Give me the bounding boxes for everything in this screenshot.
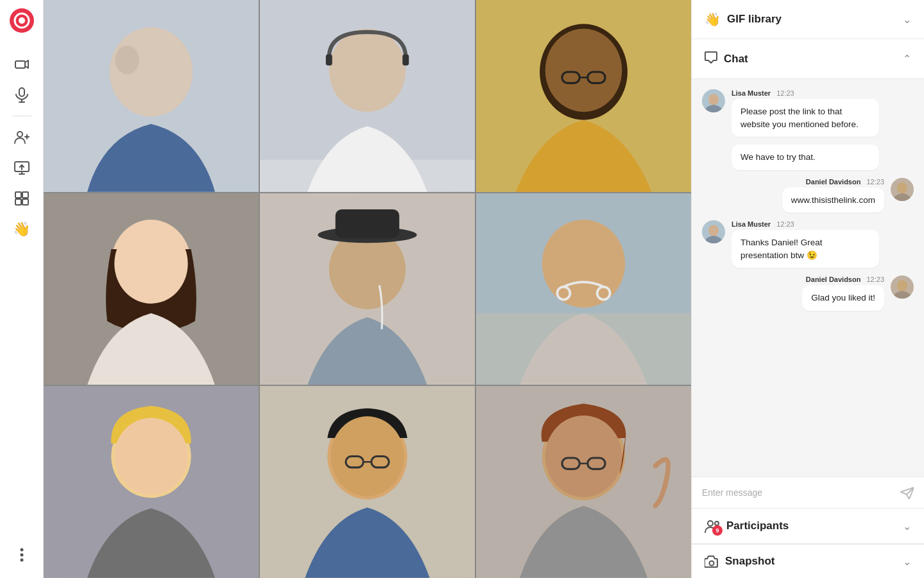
participants-left: 9 Participants <box>705 519 789 533</box>
avatar-daniel-1 <box>891 178 914 201</box>
svg-rect-29 <box>326 55 332 66</box>
right-panel: 👋 GIF library ⌄ Chat ⌃ <box>691 0 924 578</box>
video-cell-4 <box>44 193 259 385</box>
snapshot-left: Snapshot <box>705 555 774 568</box>
message-time: 12:23 <box>776 220 794 228</box>
message-content: Daniel Davidson 12:23 Glad you liked it! <box>802 276 884 311</box>
svg-point-57 <box>330 417 404 496</box>
participants-icon-wrap: 9 <box>705 519 720 533</box>
sender-name: Lisa Muster <box>732 220 771 228</box>
gif-chevron-icon: ⌄ <box>903 13 911 26</box>
video-cell-5 <box>260 193 475 385</box>
message-content: Lisa Muster 12:23 Please post the link t… <box>732 89 879 137</box>
svg-point-19 <box>20 548 23 552</box>
chat-input-area <box>692 477 924 508</box>
video-cell-3 <box>476 0 691 192</box>
sidebar-divider-1 <box>12 116 31 116</box>
svg-point-79 <box>710 561 714 566</box>
svg-rect-45 <box>336 209 400 238</box>
svg-rect-3 <box>15 61 25 68</box>
send-message-button[interactable] <box>898 485 915 500</box>
message-meta: Daniel Davidson 12:23 <box>802 276 884 283</box>
svg-point-25 <box>116 46 139 74</box>
message-plain-bubble: We have to try that. <box>732 144 879 170</box>
svg-point-63 <box>545 416 622 497</box>
snapshot-icon <box>705 555 719 568</box>
sender-name: Lisa Muster <box>732 89 771 97</box>
message-time: 12:23 <box>866 178 884 186</box>
svg-point-20 <box>20 554 23 557</box>
video-cell-2 <box>260 0 475 192</box>
video-cell-1 <box>44 0 259 192</box>
avatar-daniel-2 <box>891 276 914 299</box>
participants-title: Participants <box>726 520 789 532</box>
svg-point-68 <box>708 94 719 105</box>
message-bubble: Glad you liked it! <box>802 285 884 311</box>
snapshot-section-header[interactable]: Snapshot ⌄ <box>692 544 924 578</box>
chat-section: Chat ⌃ Lisa Muster 12:23 <box>692 39 924 508</box>
svg-rect-15 <box>15 192 21 198</box>
video-cell-6 <box>476 193 691 385</box>
message-time: 12:23 <box>776 89 794 97</box>
message-row: Daniel Davidson 12:23 Glad you liked it! <box>702 276 914 311</box>
chat-icon <box>705 51 717 67</box>
participants-section-header[interactable]: 9 Participants ⌄ <box>692 508 924 544</box>
chat-section-header[interactable]: Chat ⌃ <box>692 39 924 79</box>
gif-library-title: GIF library <box>727 13 782 26</box>
more-options-button[interactable] <box>10 543 33 566</box>
snapshot-chevron-icon: ⌄ <box>903 556 911 568</box>
svg-rect-16 <box>22 192 28 198</box>
message-content: Lisa Muster 12:23 Thanks Daniel! Great p… <box>732 220 879 268</box>
sender-name: Daniel Davidson <box>806 178 861 186</box>
svg-rect-30 <box>402 55 409 66</box>
app-logo[interactable] <box>9 8 35 33</box>
message-meta: Lisa Muster 12:23 <box>732 89 879 97</box>
message-meta: Lisa Muster 12:23 <box>732 220 879 228</box>
chat-input[interactable] <box>701 484 893 502</box>
svg-point-2 <box>19 17 25 24</box>
reaction-button[interactable]: 👋 <box>10 218 33 241</box>
message-row: Lisa Muster 12:23 Please post the link t… <box>702 89 914 137</box>
svg-rect-17 <box>15 199 21 205</box>
svg-point-72 <box>708 225 719 236</box>
gif-library-section-header[interactable]: 👋 GIF library ⌄ <box>692 0 924 39</box>
svg-rect-5 <box>19 88 24 96</box>
video-cell-8 <box>260 386 475 578</box>
svg-point-54 <box>114 418 187 495</box>
svg-point-77 <box>708 521 713 526</box>
message-bubble: Please post the link to that website you… <box>732 99 879 137</box>
message-bubble: www.thisisthelink.com <box>782 188 884 213</box>
layout-button[interactable] <box>10 187 33 210</box>
svg-rect-18 <box>22 199 28 205</box>
message-time: 12:23 <box>866 276 884 283</box>
message-row: Daniel Davidson 12:23 www.thisisthelink.… <box>702 178 914 213</box>
message-bubble: Thanks Daniel! Great presentation btw 😉 <box>732 230 879 268</box>
chat-title: Chat <box>724 53 748 66</box>
svg-point-21 <box>20 559 23 562</box>
svg-point-70 <box>897 182 907 194</box>
participants-chevron-icon: ⌄ <box>903 520 911 532</box>
mic-button[interactable] <box>10 83 33 107</box>
gif-icon: 👋 <box>705 12 721 27</box>
svg-marker-4 <box>25 60 28 68</box>
camera-button[interactable] <box>10 53 33 76</box>
video-cell-7 <box>44 386 259 578</box>
svg-point-27 <box>329 29 406 112</box>
svg-point-74 <box>897 280 907 292</box>
svg-point-34 <box>545 29 622 112</box>
avatar-lisa-2 <box>702 220 725 243</box>
svg-point-41 <box>114 223 187 303</box>
screen-share-button[interactable] <box>10 156 33 179</box>
message-meta: Daniel Davidson 12:23 <box>782 178 884 186</box>
svg-point-48 <box>542 220 625 308</box>
video-grid <box>44 0 691 578</box>
chat-messages-container: Lisa Muster 12:23 Please post the link t… <box>692 79 924 477</box>
participants-count-badge: 9 <box>712 525 723 536</box>
snapshot-title: Snapshot <box>725 555 774 568</box>
sender-name: Daniel Davidson <box>806 276 861 283</box>
video-cell-9 <box>476 386 691 578</box>
message-content: Daniel Davidson 12:23 www.thisisthelink.… <box>782 178 884 213</box>
svg-point-8 <box>17 132 22 137</box>
add-participant-button[interactable] <box>10 125 33 148</box>
message-row: Lisa Muster 12:23 Thanks Daniel! Great p… <box>702 220 914 268</box>
